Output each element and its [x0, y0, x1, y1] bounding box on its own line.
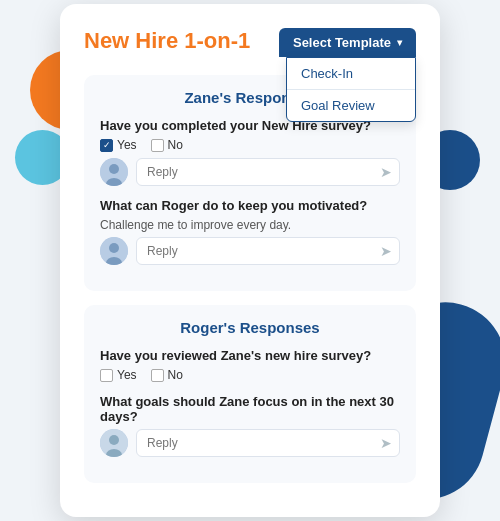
checkbox-no-3-box[interactable]	[151, 369, 164, 382]
question-3-text: Have you reviewed Zane's new hire survey…	[100, 348, 400, 363]
reply-input-1[interactable]	[136, 158, 400, 186]
checkbox-yes-1-label: Yes	[117, 138, 137, 152]
send-icon-1[interactable]: ➤	[380, 164, 392, 180]
svg-point-7	[109, 435, 119, 445]
question-1: Have you completed your New Hire survey?…	[100, 118, 400, 186]
svg-point-1	[109, 164, 119, 174]
send-icon-2[interactable]: ➤	[380, 243, 392, 259]
question-2: What can Roger do to keep you motivated?…	[100, 198, 400, 265]
question-2-text: What can Roger do to keep you motivated?	[100, 198, 400, 213]
question-3: Have you reviewed Zane's new hire survey…	[100, 348, 400, 382]
reply-row-2: ➤	[100, 237, 400, 265]
checkbox-yes-1[interactable]: Yes	[100, 138, 137, 152]
checkbox-row-3: Yes No	[100, 368, 400, 382]
send-icon-4[interactable]: ➤	[380, 435, 392, 451]
card-header: New Hire 1-on-1 Select Template ▾ Check-…	[84, 28, 416, 57]
checkbox-yes-3-box[interactable]	[100, 369, 113, 382]
question-4-text: What goals should Zane focus on in the n…	[100, 394, 400, 424]
roger-section-title: Roger's Responses	[100, 319, 400, 336]
reply-row-1: ➤	[100, 158, 400, 186]
svg-point-4	[109, 243, 119, 253]
checkbox-no-1-label: No	[168, 138, 183, 152]
page-title: New Hire 1-on-1	[84, 28, 250, 54]
select-template-button[interactable]: Select Template ▾	[279, 28, 416, 57]
reply-input-2[interactable]	[136, 237, 400, 265]
chevron-down-icon: ▾	[397, 37, 402, 48]
template-btn-wrapper: Select Template ▾ Check-In Goal Review	[279, 28, 416, 57]
reply-row-4: ➤	[100, 429, 400, 457]
checkbox-yes-3-label: Yes	[117, 368, 137, 382]
avatar-zane-2	[100, 237, 128, 265]
reply-input-wrapper-2: ➤	[136, 237, 400, 265]
dropdown-item-goalreview[interactable]: Goal Review	[287, 89, 415, 121]
reply-input-4[interactable]	[136, 429, 400, 457]
main-card: New Hire 1-on-1 Select Template ▾ Check-…	[60, 4, 440, 517]
checkbox-yes-3[interactable]: Yes	[100, 368, 137, 382]
checkbox-no-1-box[interactable]	[151, 139, 164, 152]
avatar-zane-1	[100, 158, 128, 186]
checkbox-row-1: Yes No	[100, 138, 400, 152]
reply-input-wrapper-4: ➤	[136, 429, 400, 457]
checkbox-no-1[interactable]: No	[151, 138, 183, 152]
question-4: What goals should Zane focus on in the n…	[100, 394, 400, 457]
roger-responses-section: Roger's Responses Have you reviewed Zane…	[84, 305, 416, 483]
checkbox-no-3[interactable]: No	[151, 368, 183, 382]
reply-input-wrapper-1: ➤	[136, 158, 400, 186]
template-button-label: Select Template	[293, 35, 391, 50]
dropdown-item-checkin[interactable]: Check-In	[287, 58, 415, 89]
avatar-roger-4	[100, 429, 128, 457]
checkbox-yes-1-box[interactable]	[100, 139, 113, 152]
checkbox-no-3-label: No	[168, 368, 183, 382]
question-2-answer: Challenge me to improve every day.	[100, 218, 400, 232]
template-dropdown-menu: Check-In Goal Review	[286, 57, 416, 122]
